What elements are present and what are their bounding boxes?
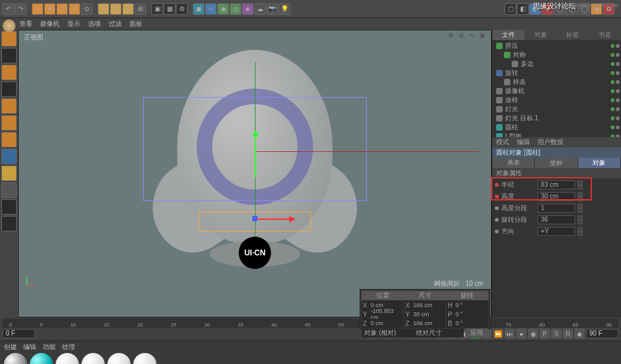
attr-spinner[interactable] xyxy=(578,180,583,189)
nurbs-prim[interactable]: ◉ xyxy=(217,3,229,15)
attr-value-field[interactable]: 36 xyxy=(538,215,575,224)
record-key[interactable]: ● xyxy=(516,328,527,339)
attr-spinner[interactable] xyxy=(578,204,583,213)
deformer-prim[interactable]: ◈ xyxy=(242,3,254,15)
menu-options[interactable]: 选项 xyxy=(88,19,101,28)
tree-row[interactable]: 灯光 目标.1 xyxy=(494,114,620,123)
texture-mode[interactable] xyxy=(1,65,17,80)
attr-value-field[interactable]: 83 cm xyxy=(538,180,575,189)
attr-edit[interactable]: 编辑 xyxy=(517,138,530,147)
tab-bookmark[interactable]: 书签 xyxy=(589,30,621,40)
y-lock[interactable]: Y xyxy=(110,3,122,15)
coords-mode-select[interactable]: 对象 (相对) xyxy=(362,328,412,337)
attr-spinner[interactable] xyxy=(578,227,583,236)
timeline-ruler[interactable]: 051015202530354045505560657075808590 xyxy=(3,319,618,328)
key-pos[interactable]: P xyxy=(539,328,550,339)
material-preview[interactable]: 材质.5 xyxy=(133,353,157,364)
vp-nav-icon[interactable]: ✥ xyxy=(448,32,457,41)
attr-value-field[interactable]: 30 cm xyxy=(538,192,575,201)
generator-prim[interactable]: ◎ xyxy=(230,3,241,15)
model-mode[interactable] xyxy=(1,48,17,63)
key-scale[interactable]: S xyxy=(551,328,561,339)
tree-row[interactable]: 摄像机 xyxy=(494,87,620,96)
vp-max-icon[interactable]: ▣ xyxy=(479,32,488,41)
tree-row[interactable]: 样条 xyxy=(494,78,620,87)
layout-2[interactable]: ◧ xyxy=(517,3,528,15)
coord-rot[interactable]: 0 ° xyxy=(455,311,487,317)
coord-rot[interactable]: 0 ° xyxy=(455,320,487,327)
environment-prim[interactable]: ☁ xyxy=(254,3,266,15)
select-tool[interactable]: ↖ xyxy=(32,3,43,15)
render-pict[interactable]: ▦ xyxy=(164,3,175,15)
cube-prim[interactable]: ◼ xyxy=(193,3,204,15)
tree-row[interactable]: 灯光 xyxy=(494,105,620,114)
coords-apply-button[interactable]: 应用 xyxy=(465,328,488,337)
goto-nextkey[interactable]: ⏩ xyxy=(493,328,503,339)
vp-zoom-icon[interactable]: ⊕ xyxy=(459,32,468,41)
coords-size-select[interactable]: 绝对尺寸 xyxy=(413,328,464,337)
coord-size[interactable]: 166 cm xyxy=(413,320,445,327)
gizmo-y-axis[interactable] xyxy=(255,132,256,177)
material-preview[interactable]: 材质.4 xyxy=(30,353,53,364)
object-manager[interactable]: 挤压 对称 多边 旋转 样条 摄像机 放样 灯光 灯光 目标.1 圆柱 L型板 xyxy=(492,40,621,137)
timeline-start[interactable]: 0 F xyxy=(3,329,35,338)
move-tool[interactable]: ✥ xyxy=(44,3,56,15)
scale-tool[interactable]: ◱ xyxy=(56,3,68,15)
mat-tab-texture[interactable]: 纹理 xyxy=(62,343,75,350)
key-rot[interactable]: R xyxy=(563,328,573,339)
polygon-mode[interactable] xyxy=(1,132,17,147)
light-prim[interactable]: 💡 xyxy=(279,3,290,15)
key-param[interactable]: ◆ xyxy=(574,328,585,339)
tree-row[interactable]: 圆柱 xyxy=(494,123,620,132)
gizmo-x-axis[interactable] xyxy=(255,219,294,220)
autokey[interactable]: ◉ xyxy=(528,328,538,339)
menu-camera[interactable]: 摄像机 xyxy=(40,19,60,28)
subtab-object[interactable]: 对象 xyxy=(578,158,621,168)
tree-row[interactable]: L型板 xyxy=(494,132,620,137)
mat-tab-create[interactable]: 创建 xyxy=(4,343,17,350)
layout-1[interactable]: ▢ xyxy=(505,3,516,15)
snap-toggle[interactable] xyxy=(1,182,17,198)
tree-row[interactable]: 多边 xyxy=(494,59,620,69)
menu-display[interactable]: 显示 xyxy=(67,19,80,28)
camera-prim[interactable]: 📷 xyxy=(267,3,278,15)
coord-size[interactable]: 30 cm xyxy=(413,311,445,317)
vp-rotate-icon[interactable]: ⟲ xyxy=(469,32,478,41)
material-preview[interactable]: 材质.3 xyxy=(56,353,79,364)
material-preview[interactable]: 材质.2 xyxy=(82,353,105,364)
subtab-basic[interactable]: 基本 xyxy=(492,158,535,168)
viewport-front[interactable]: 正视图 ✥ ⊕ ⟲ ▣ 网格间距 : 10 cm UI·CN xyxy=(18,30,492,317)
z-lock[interactable]: Z xyxy=(122,3,134,15)
coord-rot[interactable]: 0 ° xyxy=(455,302,487,308)
subtab-coord[interactable]: 坐标 xyxy=(535,158,578,168)
tweak-mode[interactable] xyxy=(1,166,17,181)
coord-system[interactable]: ⊞ xyxy=(135,3,146,15)
menu-panel[interactable]: 面板 xyxy=(129,19,142,28)
undo-button[interactable]: ↶ xyxy=(3,3,14,15)
point-mode[interactable] xyxy=(1,98,17,114)
x-lock[interactable]: X xyxy=(98,3,109,15)
menu-filter[interactable]: 过滤 xyxy=(109,19,122,28)
material-preview[interactable]: 材质.1 xyxy=(107,353,131,364)
redo-button[interactable]: ↷ xyxy=(15,3,27,15)
menu-view[interactable]: 查看 xyxy=(19,19,32,28)
timeline-end[interactable]: 90 F xyxy=(586,329,618,338)
axis-mode[interactable] xyxy=(1,149,17,164)
tree-row[interactable]: 放样 xyxy=(494,96,620,105)
attr-mode[interactable]: 模式 xyxy=(496,138,509,147)
snap-settings[interactable] xyxy=(1,199,17,215)
gizmo-center[interactable] xyxy=(252,216,257,221)
mat-tab-edit[interactable]: 编辑 xyxy=(23,343,36,350)
material-preview[interactable]: 材质 xyxy=(4,353,27,364)
make-editable[interactable] xyxy=(1,31,17,47)
tab-file[interactable]: 文件 xyxy=(492,30,525,40)
render-settings[interactable]: ⚙ xyxy=(176,3,188,15)
tree-row[interactable]: 对称 xyxy=(494,50,620,59)
last-tool[interactable]: ⊙ xyxy=(81,3,93,15)
attr-value-field[interactable]: +Y xyxy=(538,227,575,236)
tab-tag[interactable]: 标签 xyxy=(557,30,589,40)
rotate-tool[interactable]: ⟲ xyxy=(69,3,80,15)
mat-tab-func[interactable]: 功能 xyxy=(43,343,56,350)
spline-prim[interactable]: ∿ xyxy=(205,3,217,15)
render-view[interactable]: ▣ xyxy=(151,3,163,15)
